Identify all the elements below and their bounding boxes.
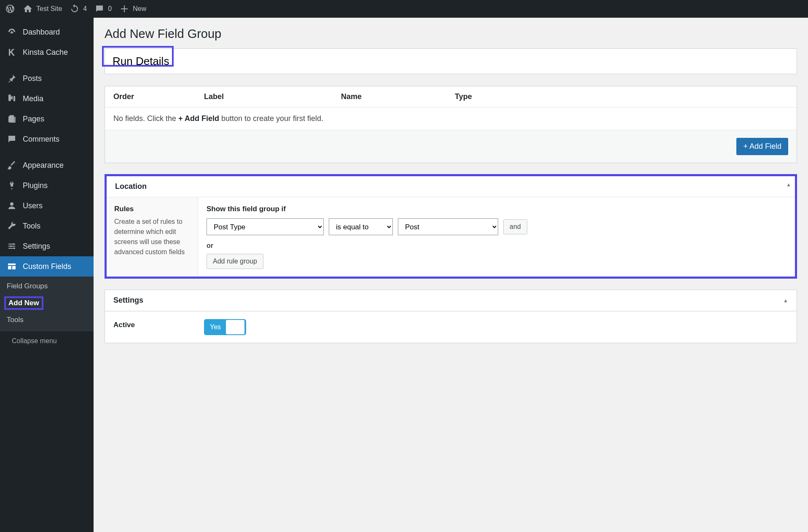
settings-title: Settings [113, 296, 143, 305]
or-label: or [207, 242, 787, 250]
updates-count: 4 [83, 5, 87, 13]
sidebar-item-custom-fields[interactable]: Custom Fields [0, 256, 94, 277]
pages-icon [7, 114, 17, 124]
sidebar-item-comments[interactable]: Comments [0, 129, 94, 149]
dashboard-icon [7, 27, 17, 37]
location-postbox: Location Rules Create a set of rules to … [105, 174, 797, 279]
col-label: Label [204, 92, 341, 101]
show-if-label: Show this field group if [207, 205, 787, 213]
sidebar-item-dashboard[interactable]: Dashboard [0, 22, 94, 42]
sidebar-label: Users [23, 202, 43, 210]
highlight-add-new: Add New [4, 296, 43, 310]
fields-footer: + Add Field [105, 130, 797, 163]
home-icon [23, 4, 33, 14]
updates-link[interactable]: 4 [70, 4, 87, 14]
sidebar-label: Appearance [23, 161, 64, 170]
sidebar-item-users[interactable]: Users [0, 196, 94, 216]
sidebar-item-pages[interactable]: Pages [0, 109, 94, 129]
no-fields-message: No fields. Click the + Add Field button … [105, 107, 797, 130]
comment-icon [94, 4, 105, 14]
rule-operator-select[interactable]: is equal to [329, 218, 393, 235]
col-order: Order [113, 92, 204, 101]
toggle-label: Yes [210, 323, 225, 331]
pin-icon [7, 73, 17, 83]
col-type: Type [455, 92, 788, 101]
sidebar-submenu: Field Groups Add New Tools [0, 277, 94, 331]
comment-icon [7, 134, 17, 144]
sidebar-item-plugins[interactable]: Plugins [0, 175, 94, 196]
location-body: Rules Create a set of rules to determine… [107, 197, 795, 277]
wrench-icon [7, 221, 17, 231]
location-rules-editor: Show this field group if Post Type is eq… [198, 197, 795, 277]
new-content-link[interactable]: New [119, 4, 146, 14]
admin-sidebar: Dashboard Kinsta Cache Posts Media Pages… [0, 18, 94, 532]
sidebar-label: Kinsta Cache [23, 48, 68, 57]
site-name: Test Site [36, 5, 62, 13]
fields-header-row: Order Label Name Type [105, 86, 797, 107]
rules-title: Rules [114, 205, 190, 213]
sidebar-label: Dashboard [23, 28, 60, 37]
rule-value-select[interactable]: Post [398, 218, 498, 235]
page-title: Add New Field Group [105, 27, 797, 41]
custom-fields-icon [7, 261, 17, 271]
sidebar-item-kinsta[interactable]: Kinsta Cache [0, 42, 94, 62]
active-label: Active [105, 312, 196, 343]
sidebar-label: Settings [23, 242, 50, 251]
sidebar-item-posts[interactable]: Posts [0, 68, 94, 89]
sidebar-label: Comments [23, 135, 59, 144]
add-rule-group-button[interactable]: Add rule group [207, 254, 263, 269]
sidebar-label: Tools [23, 222, 40, 231]
wp-logo[interactable] [5, 4, 15, 14]
settings-active-row: Active Yes [105, 311, 797, 343]
fields-postbox: Order Label Name Type No fields. Click t… [105, 86, 797, 163]
comments-count: 0 [108, 5, 112, 13]
toggle-knob [226, 320, 244, 334]
sidebar-label: Media [23, 94, 43, 103]
col-name: Name [341, 92, 455, 101]
sidebar-label: Plugins [23, 181, 48, 190]
sidebar-item-tools[interactable]: Tools [0, 216, 94, 236]
and-rule-button[interactable]: and [503, 219, 527, 234]
rule-row: Post Type is equal to Post and [207, 218, 787, 235]
rule-param-select[interactable]: Post Type [207, 218, 324, 235]
title-input-wrap: Run Details [105, 48, 797, 74]
add-field-button[interactable]: + Add Field [736, 138, 788, 155]
sidebar-label: Custom Fields [23, 262, 71, 271]
site-home[interactable]: Test Site [23, 4, 62, 14]
settings-header[interactable]: Settings ▲ [105, 290, 797, 311]
sidebar-label: Posts [23, 74, 42, 83]
comments-link[interactable]: 0 [94, 4, 112, 14]
sidebar-sub-add-new[interactable]: Add New [7, 293, 94, 313]
active-control: Yes [196, 312, 797, 343]
svg-point-0 [13, 243, 14, 245]
collapse-menu-button[interactable]: Collapse menu [0, 331, 94, 351]
sidebar-sub-tools[interactable]: Tools [7, 313, 94, 327]
plus-icon [119, 4, 129, 14]
sidebar-item-appearance[interactable]: Appearance [0, 155, 94, 175]
settings-postbox: Settings ▲ Active Yes [105, 290, 797, 343]
sidebar-item-settings[interactable]: Settings [0, 236, 94, 256]
sidebar-item-media[interactable]: Media [0, 89, 94, 109]
location-header: Location [107, 176, 795, 197]
location-rules-column: Rules Create a set of rules to determine… [107, 197, 198, 277]
admin-toolbar: Test Site 4 0 New [0, 0, 808, 18]
active-toggle[interactable]: Yes [204, 319, 246, 335]
chevron-up-icon[interactable]: ▲ [786, 182, 791, 188]
sidebar-sub-field-groups[interactable]: Field Groups [7, 279, 94, 293]
svg-point-2 [13, 247, 15, 249]
kinsta-icon [7, 47, 17, 57]
sliders-icon [7, 241, 17, 251]
brush-icon [7, 160, 17, 170]
plug-icon [7, 180, 17, 191]
user-icon [7, 201, 17, 211]
media-icon [7, 94, 17, 104]
sidebar-label: Pages [23, 115, 44, 124]
chevron-up-icon: ▲ [783, 298, 788, 304]
refresh-icon [70, 4, 80, 14]
new-label: New [133, 5, 146, 13]
group-title-input[interactable] [105, 48, 797, 74]
location-postbox-row: Location Rules Create a set of rules to … [105, 174, 797, 279]
wordpress-icon [5, 4, 15, 14]
rules-desc: Create a set of rules to determine which… [114, 217, 190, 257]
collapse-label: Collapse menu [12, 337, 57, 345]
